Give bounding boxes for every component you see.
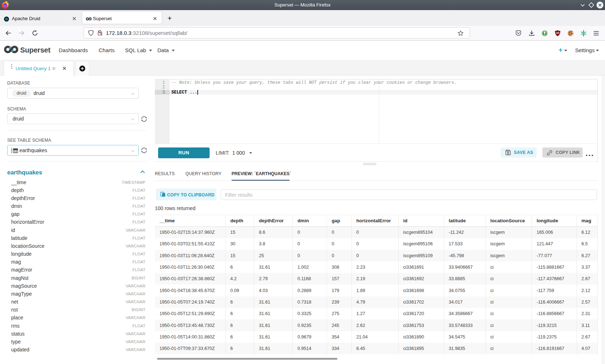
svg-text:UO: UO <box>556 32 560 34</box>
